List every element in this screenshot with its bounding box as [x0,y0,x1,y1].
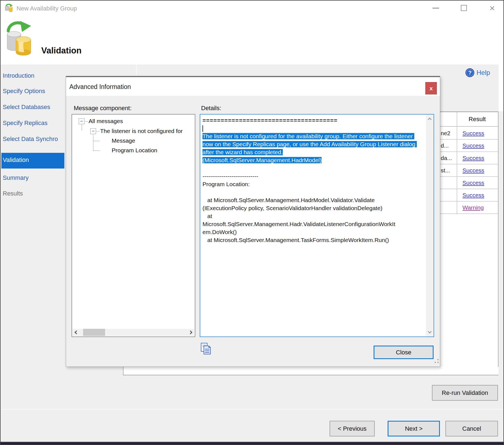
tree-item-all-messages[interactable]: All messages [89,118,123,124]
app-icon [5,4,13,13]
result-link-warning[interactable]: Warning [462,202,484,213]
validation-results-table: Result ne2 Success d... Success da... Su… [440,112,498,375]
scroll-left-arrow-icon[interactable] [73,329,80,336]
details-text-box[interactable]: ===================================== Th… [200,114,434,337]
details-blank-line [202,164,420,172]
table-row: Success [440,177,498,189]
close-window-button[interactable]: × [484,1,501,15]
details-stack-line: at Microsoft.SqlServer.Management.HadrMo… [202,196,420,204]
scroll-down-arrow-icon[interactable] [426,328,434,335]
result-link-success[interactable]: Success [462,177,484,189]
message-component-tree[interactable]: − All messages − The listener is not con… [72,114,195,337]
table-row: Success [440,189,498,202]
panel-seam [136,64,137,77]
rerun-validation-button[interactable]: Re-run Validation [432,385,498,401]
dialog-close-x-button[interactable]: x [425,82,437,94]
help-button[interactable]: ? Help [465,68,490,77]
result-link-success[interactable]: Success [462,189,484,201]
footer-divider [1,409,504,409]
details-stack-line: at Microsoft.SqlServer.Management.TaskFo… [202,236,420,244]
details-vertical-scrollbar[interactable] [426,115,434,337]
scrollbar-thumb[interactable] [83,329,105,336]
page-title: Validation [41,46,81,56]
collapse-icon[interactable]: − [79,118,84,124]
minimize-button[interactable] [427,1,444,15]
sidebar-item-specify-replicas[interactable]: Specify Replicas [3,120,65,129]
maximize-icon [461,5,467,11]
details-program-location-label: Program Location: [202,180,420,188]
sidebar-item-select-data-synchronization[interactable]: Select Data Synchro [3,135,65,145]
details-cursor-line [202,124,420,132]
tree-item-program-location[interactable]: Program Location [112,147,157,154]
window-title: New Availability Group [17,5,77,12]
tree-connector [94,141,100,141]
details-equals-line: ===================================== [202,116,420,124]
background-panel-edge [498,64,504,111]
tree-connector [85,121,88,122]
result-link-success[interactable]: Success [462,152,484,164]
minimize-icon [432,8,439,9]
text-cursor [202,125,203,132]
help-icon: ? [465,68,474,77]
sidebar-item-summary[interactable]: Summary [3,174,65,184]
message-component-label: Message component: [74,105,132,112]
tree-item-message[interactable]: Message [112,137,135,144]
row-name-fragment: d... [441,140,449,151]
table-row: da... Success [440,152,498,164]
collapse-icon[interactable]: − [90,128,96,134]
details-label: Details: [201,105,221,112]
advanced-information-dialog: Advanced Information x Message component… [66,76,440,367]
cancel-button[interactable]: Cancel [445,421,498,436]
sidebar-item-validation[interactable]: Validation [3,156,65,166]
dialog-close-button[interactable]: Close [374,346,434,359]
sidebar-item-results[interactable]: Results [3,190,65,199]
tree-connector [81,125,82,130]
tree-horizontal-scrollbar[interactable] [73,329,194,336]
previous-button[interactable]: < Previous [330,421,375,436]
row-name-fragment: st... [441,164,450,176]
maximize-button[interactable] [455,1,472,15]
result-link-success[interactable]: Success [462,140,484,151]
sidebar-item-specify-options[interactable]: Specify Options [3,88,65,97]
table-row: st... Success [440,164,498,177]
table-row: ne2 Success [440,127,498,140]
row-name-fragment: da... [441,152,452,164]
window-bottom-edge [1,442,503,445]
sidebar-item-select-databases[interactable]: Select Databases [3,104,65,113]
result-column-header: Result [440,112,498,127]
details-stack-line: Microsoft.SqlServer.Management.Hadr.Vali… [202,220,420,228]
details-blank-line [202,188,420,196]
details-content: ===================================== Th… [202,116,420,244]
resize-grip[interactable] [434,359,439,363]
tree-connector [94,150,100,151]
details-selected-message: The listener is not configured for the a… [202,133,417,163]
window-titlebar: New Availability Group × [1,1,503,16]
help-label: Help [476,69,490,77]
result-link-success[interactable]: Success [462,127,484,139]
copy-icon[interactable] [201,343,212,355]
details-stack-line: at [202,212,420,220]
details-stack-line: em.DoWork() [202,228,420,236]
details-stack-line: (IExecutionPolicy policy, ScenarioValida… [202,204,420,212]
background-message-area [123,367,498,375]
tree-item-listener-not-configured[interactable]: The listener is not configured for [100,128,183,134]
next-button[interactable]: Next > [388,421,440,436]
table-row: Warning [440,202,498,214]
details-dashes-line: ----------------------------- [202,172,420,180]
tree-connector [93,135,94,151]
sidebar-item-introduction[interactable]: Introduction [3,72,65,82]
scroll-right-arrow-icon[interactable] [187,329,194,336]
tree-connector [97,131,99,132]
dialog-titlebar[interactable]: Advanced Information x [66,77,440,96]
scroll-up-arrow-icon[interactable] [426,116,434,123]
close-icon: × [489,4,495,12]
dialog-title: Advanced Information [69,83,131,91]
table-row: d... Success [440,140,498,152]
availability-group-icon [5,19,32,57]
wizard-header: Validation [1,16,503,64]
row-name-fragment: ne2 [441,127,450,139]
result-link-success[interactable]: Success [462,164,484,176]
